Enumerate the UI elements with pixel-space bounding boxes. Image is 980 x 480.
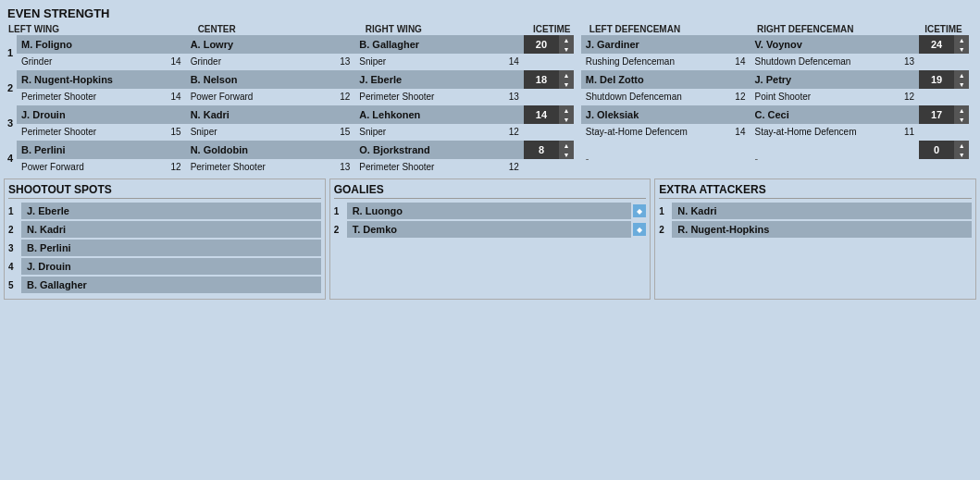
shootout-item: 3B. Perlini <box>8 240 321 256</box>
column-headers: LEFT WING CENTER RIGHT WING ICETIME LEFT… <box>4 23 976 35</box>
icetime-up-button[interactable]: ▲ <box>954 141 969 150</box>
icetime-down-button[interactable]: ▼ <box>954 80 969 89</box>
line-number: 1 <box>4 35 17 69</box>
player-name[interactable]: J. Petry <box>750 70 919 89</box>
extra-attackers-list: 1N. Kadri2R. Nugent-Hopkins <box>659 203 972 238</box>
icetime-down-button[interactable]: ▼ <box>954 150 969 159</box>
player-cell: M. FolignoGrinder14 <box>17 35 186 69</box>
icetime-cell: 24▲▼ <box>919 35 976 69</box>
goalie-indicator-icon: ◆ <box>633 204 646 217</box>
player-rating: 12 <box>340 92 350 102</box>
player-name[interactable]: R. Nugent-Hopkins <box>17 70 186 89</box>
player-name[interactable]: B. Nelson <box>186 70 355 89</box>
player-name[interactable]: B. Perlini <box>17 141 186 159</box>
icetime-up-button[interactable]: ▲ <box>559 141 574 150</box>
player-attr: Stay-at-Home Defencem <box>754 127 856 137</box>
player-cell: V. VoynovShutdown Defenceman13 <box>750 35 919 69</box>
player-attr: Perimeter Shooter <box>21 127 96 137</box>
goalie-num: 2 <box>334 225 347 235</box>
player-cell: J. EberlePerimeter Shooter13 <box>354 70 524 105</box>
player-name[interactable]: M. Del Zotto <box>581 70 751 89</box>
icetime-up-button[interactable]: ▲ <box>954 70 969 80</box>
lines-container: 1M. FolignoGrinder14A. LowryGrinder13B. … <box>4 35 976 175</box>
player-name[interactable]: J. Eberle <box>354 70 524 89</box>
player-name[interactable]: B. Gallagher <box>354 35 524 54</box>
header-left-def: LEFT DEFENCEMAN <box>585 23 752 35</box>
player-rating: 12 <box>509 127 519 137</box>
player-rating: 15 <box>340 127 350 137</box>
player-name[interactable]: J. Oleksiak <box>581 105 751 124</box>
icetime-cell: 17▲▼ <box>919 105 976 140</box>
player-name[interactable]: N. Goldobin <box>186 141 355 159</box>
shootout-player-name[interactable]: B. Gallagher <box>21 277 321 293</box>
player-rating: 12 <box>509 162 519 172</box>
icetime-up-button[interactable]: ▲ <box>954 105 969 115</box>
player-attr: Point Shooter <box>754 92 811 102</box>
player-name[interactable]: A. Lehkonen <box>354 105 524 124</box>
player-attr-row: Perimeter Shooter13 <box>354 89 524 105</box>
player-name[interactable]: A. Lowry <box>186 35 355 54</box>
header-center: CENTER <box>193 23 361 35</box>
player-rating: 13 <box>904 56 914 67</box>
player-attr-row: Sniper12 <box>354 124 524 140</box>
extra-attacker-item: 2R. Nugent-Hopkins <box>659 221 972 238</box>
shootout-num: 1 <box>8 206 21 216</box>
goalie-item: 2T. Demko◆ <box>334 221 647 238</box>
player-attr: Perimeter Shooter <box>191 162 266 172</box>
shootout-player-name[interactable]: N. Kadri <box>21 221 321 238</box>
icetime-up-button[interactable]: ▲ <box>559 70 574 80</box>
player-attr-row: Shutdown Defenceman12 <box>581 89 751 105</box>
shootout-item: 2N. Kadri <box>8 221 321 238</box>
icetime-value: 18 <box>524 70 559 89</box>
player-rating: 13 <box>509 92 519 102</box>
icetime-up-button[interactable]: ▲ <box>954 35 969 44</box>
shootout-player-name[interactable]: J. Eberle <box>21 203 321 219</box>
icetime-down-button[interactable]: ▼ <box>559 115 574 124</box>
icetime-cell: 14▲▼ <box>524 105 581 140</box>
player-cell: R. Nugent-HopkinsPerimeter Shooter14 <box>17 70 186 105</box>
player-attr: Sniper <box>359 56 386 67</box>
player-rating: 14 <box>171 92 181 102</box>
icetime-value: 0 <box>919 141 954 159</box>
player-cell: - <box>581 141 751 175</box>
icetime-down-button[interactable]: ▼ <box>954 44 969 54</box>
goalie-name[interactable]: T. Demko <box>347 221 632 238</box>
player-attr-row: Grinder13 <box>186 54 355 69</box>
icetime-down-button[interactable]: ▼ <box>559 44 574 54</box>
player-cell: C. CeciStay-at-Home Defencem11 <box>750 105 919 140</box>
extra-attacker-name[interactable]: R. Nugent-Hopkins <box>672 221 972 238</box>
icetime-up-button[interactable]: ▲ <box>559 35 574 44</box>
player-attr-row: Perimeter Shooter15 <box>17 124 186 140</box>
icetime-down-button[interactable]: ▼ <box>559 150 574 159</box>
line-number: 3 <box>4 105 17 140</box>
icetime-up-button[interactable]: ▲ <box>559 105 574 115</box>
shootout-player-name[interactable]: J. Drouin <box>21 258 321 275</box>
icetime-cell: 18▲▼ <box>524 70 581 105</box>
player-attr-row: Point Shooter12 <box>750 89 919 105</box>
goalies-title: GOALIES <box>334 183 647 199</box>
player-name[interactable]: O. Bjorkstrand <box>354 141 524 159</box>
player-name[interactable]: V. Voynov <box>750 35 919 54</box>
player-attr: Rushing Defenceman <box>586 56 675 67</box>
player-attr: Shutdown Defenceman <box>586 92 682 102</box>
icetime-down-button[interactable]: ▼ <box>954 115 969 124</box>
shootout-item: 1J. Eberle <box>8 203 321 219</box>
icetime-down-button[interactable]: ▼ <box>559 80 574 89</box>
player-name[interactable]: J. Drouin <box>17 105 186 124</box>
main-container: EVEN STRENGTH LEFT WING CENTER RIGHT WIN… <box>0 0 980 303</box>
icetime-cell: 19▲▼ <box>919 70 976 105</box>
player-cell: J. DrouinPerimeter Shooter15 <box>17 105 186 140</box>
player-empty: - <box>750 141 919 175</box>
goalie-name[interactable]: R. Luongo <box>347 203 632 219</box>
extra-attacker-name[interactable]: N. Kadri <box>672 203 972 219</box>
player-attr-row: Rushing Defenceman14 <box>581 54 751 69</box>
player-name[interactable]: N. Kadri <box>186 105 355 124</box>
player-name[interactable]: M. Foligno <box>17 35 186 54</box>
player-rating: 14 <box>735 127 745 137</box>
player-name[interactable]: C. Ceci <box>750 105 919 124</box>
icetime-value: 19 <box>919 70 954 89</box>
player-cell: J. OleksiakStay-at-Home Defencem14 <box>581 105 751 140</box>
player-attr: Perimeter Shooter <box>359 92 434 102</box>
shootout-player-name[interactable]: B. Perlini <box>21 240 321 256</box>
player-name[interactable]: J. Gardiner <box>581 35 751 54</box>
